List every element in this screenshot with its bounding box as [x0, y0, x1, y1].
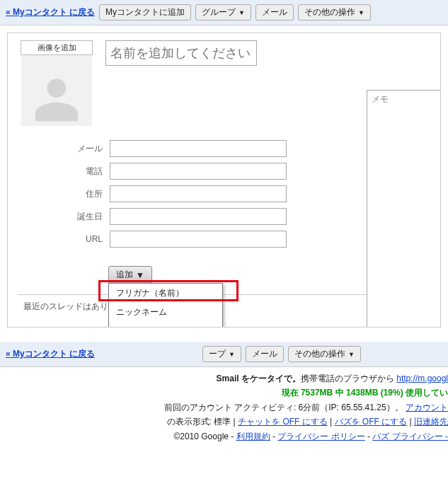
bday-input[interactable] — [110, 208, 287, 225]
chevron-down-icon: ▼ — [239, 9, 245, 16]
chat-off-link[interactable]: チャットを OFF にする — [238, 417, 328, 427]
phone-input[interactable] — [110, 163, 287, 180]
person-icon — [28, 69, 85, 126]
back-link-bottom[interactable]: « Myコンタクト に戻る — [6, 348, 95, 360]
buzz-off-link[interactable]: バズを OFF にする — [335, 417, 408, 427]
dd-company[interactable]: 会社名と役職 — [109, 322, 222, 328]
old-contacts-link[interactable]: 旧連絡先 — [414, 417, 448, 427]
account-link[interactable]: アカウント — [406, 403, 448, 412]
mail-button-bottom[interactable]: メール — [246, 346, 284, 362]
field-label-mail: メール — [18, 143, 110, 155]
chevron-down-icon: ▼ — [229, 351, 235, 358]
back-link[interactable]: « Myコンタクト に戻る — [6, 6, 95, 18]
storage-usage: 現在 7537MB 中 1438MB (19%) 使用してい — [282, 388, 448, 398]
group-button-bottom[interactable]: ープ▼ — [202, 346, 241, 362]
add-field-dropdown: フリガナ（名前） ニックネーム 会社名と役職 ファイル形式 メール 電話 住所 … — [108, 283, 223, 328]
memo-box[interactable]: メモ — [367, 90, 441, 328]
group-button[interactable]: グループ▼ — [195, 4, 251, 21]
chevron-down-icon: ▼ — [348, 351, 355, 358]
dd-nickname[interactable]: ニックネーム — [109, 303, 222, 322]
tos-link[interactable]: 利用規約 — [236, 432, 270, 441]
field-label-bday: 誕生日 — [18, 211, 110, 223]
memo-label: メモ — [372, 94, 389, 104]
mail-input[interactable] — [110, 140, 287, 157]
add-to-mycontacts-button[interactable]: Myコンタクトに追加 — [99, 4, 191, 21]
buzz-privacy-link[interactable]: バズ プライバシー - — [372, 432, 448, 441]
add-field-button[interactable]: 追加▼ — [108, 266, 152, 284]
mobile-link[interactable]: http://m.googl — [396, 374, 448, 383]
addr-input[interactable] — [110, 185, 287, 202]
chevron-down-icon: ▼ — [136, 270, 144, 280]
url-input[interactable] — [110, 231, 287, 248]
bottom-toolbar: « Myコンタクト に戻る ープ▼ メール その他の操作▼ — [0, 342, 448, 367]
other-ops-button-bottom[interactable]: その他の操作▼ — [288, 346, 361, 362]
contact-card: 画像を追加 メモ メール 電話 住所 誕生日 URL — [7, 33, 441, 328]
top-toolbar: « Myコンタクト に戻る Myコンタクトに追加 グループ▼ メール その他の操… — [0, 0, 448, 25]
footer: Smail をケータイで。携帯電話のブラウザから http://m.googl … — [0, 367, 448, 448]
name-input[interactable] — [105, 40, 257, 66]
other-ops-button[interactable]: その他の操作▼ — [298, 4, 371, 21]
privacy-link[interactable]: プライバシー ポリシー — [277, 432, 364, 441]
field-label-phone: 電話 — [18, 166, 110, 178]
mail-button[interactable]: メール — [255, 4, 294, 21]
avatar-placeholder[interactable] — [21, 55, 92, 126]
add-image-button[interactable]: 画像を追加 — [21, 40, 93, 55]
dd-furigana[interactable]: フリガナ（名前） — [109, 284, 222, 303]
field-label-url: URL — [18, 234, 110, 244]
field-label-addr: 住所 — [18, 188, 110, 200]
chevron-down-icon: ▼ — [358, 9, 364, 16]
